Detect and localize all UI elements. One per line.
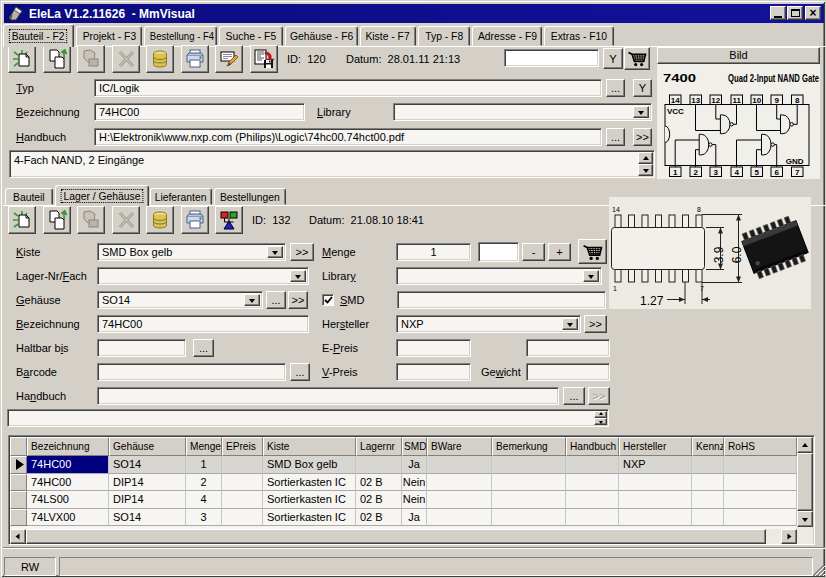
- svg-text:1.27: 1.27: [640, 294, 664, 308]
- svg-text:4: 4: [734, 168, 739, 177]
- svg-text:7400: 7400: [663, 73, 697, 84]
- svg-text:8: 8: [697, 206, 701, 213]
- svg-text:10: 10: [752, 96, 761, 105]
- svg-text:6.0: 6.0: [730, 246, 744, 263]
- svg-text:GND: GND: [786, 157, 804, 166]
- svg-text:2: 2: [693, 168, 698, 177]
- svg-text:5: 5: [754, 168, 759, 177]
- svg-text:12: 12: [711, 96, 720, 105]
- svg-text:11: 11: [732, 96, 741, 105]
- svg-text:8: 8: [795, 96, 800, 105]
- svg-text:1: 1: [613, 285, 617, 292]
- svg-text:Quad 2-Input NAND Gate: Quad 2-Input NAND Gate: [728, 73, 819, 84]
- svg-text:14: 14: [671, 96, 680, 105]
- svg-text:14: 14: [612, 206, 620, 213]
- svg-text:3.9: 3.9: [712, 246, 726, 263]
- svg-text:3: 3: [713, 168, 718, 177]
- svg-text:7: 7: [795, 168, 800, 177]
- svg-text:VCC: VCC: [667, 107, 684, 116]
- svg-text:6: 6: [774, 168, 779, 177]
- svg-text:1: 1: [673, 168, 678, 177]
- svg-text:13: 13: [691, 96, 700, 105]
- svg-text:9: 9: [774, 96, 779, 105]
